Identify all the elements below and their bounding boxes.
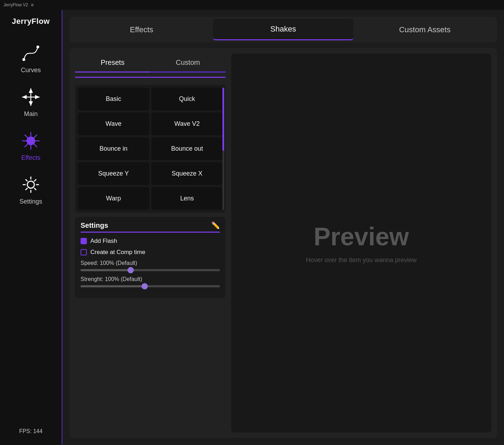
settings-title: Settings — [81, 221, 108, 230]
preset-squeeze-y[interactable]: Squeeze Y — [78, 162, 149, 185]
svg-marker-6 — [22, 95, 27, 99]
top-tabs: Effects Shakes Custom Assets — [69, 17, 497, 42]
sidebar-item-settings-label: Settings — [19, 198, 42, 205]
svg-marker-5 — [29, 101, 33, 106]
preset-squeeze-x[interactable]: Squeeze X — [151, 162, 223, 185]
sidebar-item-effects[interactable]: Effects — [0, 124, 62, 168]
fps-display: FPS: 144 — [19, 425, 43, 438]
preset-bounce-out[interactable]: Bounce out — [151, 137, 223, 160]
curves-icon — [20, 43, 41, 64]
preset-wave-v2[interactable]: Wave V2 — [151, 112, 223, 135]
slider-strength-track[interactable] — [81, 285, 220, 287]
slider-speed-thumb[interactable] — [127, 267, 134, 273]
preset-warp[interactable]: Warp — [78, 187, 149, 210]
checkbox-create-comp[interactable] — [81, 249, 87, 255]
sidebar-item-settings[interactable]: Settings — [0, 168, 62, 212]
effects-icon — [20, 130, 41, 151]
tab-custom-assets[interactable]: Custom Assets — [355, 19, 495, 40]
tab-shakes[interactable]: Shakes — [213, 19, 353, 40]
slider-speed-label: Speed: 100% (Default) — [81, 260, 220, 266]
sidebar: JerryFlow Curves — [0, 10, 62, 445]
preview-title: Preview — [313, 222, 409, 251]
presets-grid: Basic Quick Wave Wave V2 Bounce in Bounc… — [75, 85, 226, 213]
svg-marker-4 — [29, 88, 33, 93]
settings-edit-icon[interactable]: ✏️ — [211, 221, 220, 230]
menu-icon[interactable]: ≡ — [31, 2, 34, 8]
settings-header: Settings ✏️ — [81, 221, 220, 230]
preview-subtitle: Hover over the item you wanna preview — [306, 256, 416, 264]
sidebar-item-effects-label: Effects — [21, 154, 41, 162]
checkbox-add-flash-label: Add Flash — [90, 238, 117, 245]
sub-tab-presets[interactable]: Presets — [75, 54, 150, 73]
slider-speed-fill — [81, 269, 131, 271]
sub-tab-underline — [75, 77, 226, 78]
slider-strength-label: Strenght: 100% (Default) — [81, 276, 220, 282]
checkbox-add-flash-row: Add Flash — [81, 238, 220, 245]
checkbox-create-comp-label: Create at Comp time — [90, 249, 145, 256]
logo: JerryFlow — [12, 17, 50, 26]
checkbox-create-comp-row: Create at Comp time — [81, 249, 220, 256]
sidebar-item-main-label: Main — [24, 110, 37, 118]
svg-point-9 — [27, 181, 34, 188]
scroll-thumb — [222, 88, 224, 151]
content-area: Effects Shakes Custom Assets Presets Cus… — [62, 10, 504, 445]
sub-tab-custom[interactable]: Custom — [150, 54, 226, 73]
preset-basic[interactable]: Basic — [78, 88, 149, 110]
slider-strength-row: Strenght: 100% (Default) — [81, 276, 220, 287]
settings-underline — [81, 232, 220, 233]
preview-area: Preview Hover over the item you wanna pr… — [231, 54, 491, 432]
slider-speed-row: Speed: 100% (Default) — [81, 260, 220, 271]
scroll-bar[interactable] — [222, 88, 224, 210]
preset-lens[interactable]: Lens — [151, 187, 223, 210]
sidebar-item-main[interactable]: Main — [0, 80, 62, 124]
settings-section: Settings ✏️ Add Flash Create at Comp tim… — [75, 217, 226, 298]
main-panel: Presets Custom Basic Quick Wave Wave V2 … — [69, 48, 497, 438]
left-column: Presets Custom Basic Quick Wave Wave V2 … — [75, 54, 226, 432]
preset-bounce-in[interactable]: Bounce in — [78, 137, 149, 160]
checkbox-add-flash[interactable] — [81, 238, 87, 244]
sidebar-item-curves[interactable]: Curves — [0, 36, 62, 80]
sidebar-item-curves-label: Curves — [21, 67, 41, 74]
preset-quick[interactable]: Quick — [151, 88, 223, 110]
preset-wave[interactable]: Wave — [78, 112, 149, 135]
main-icon — [20, 87, 41, 108]
app-layout: JerryFlow Curves — [0, 10, 504, 445]
slider-strength-fill — [81, 285, 145, 287]
tab-effects[interactable]: Effects — [71, 19, 212, 40]
app-name: JerryFlow V2 — [4, 2, 28, 7]
svg-marker-7 — [35, 95, 40, 99]
slider-speed-track[interactable] — [81, 269, 220, 271]
slider-strength-thumb[interactable] — [141, 283, 148, 289]
sub-tabs: Presets Custom — [75, 54, 226, 73]
title-bar: JerryFlow V2 ≡ — [0, 0, 504, 10]
settings-icon — [20, 174, 41, 195]
